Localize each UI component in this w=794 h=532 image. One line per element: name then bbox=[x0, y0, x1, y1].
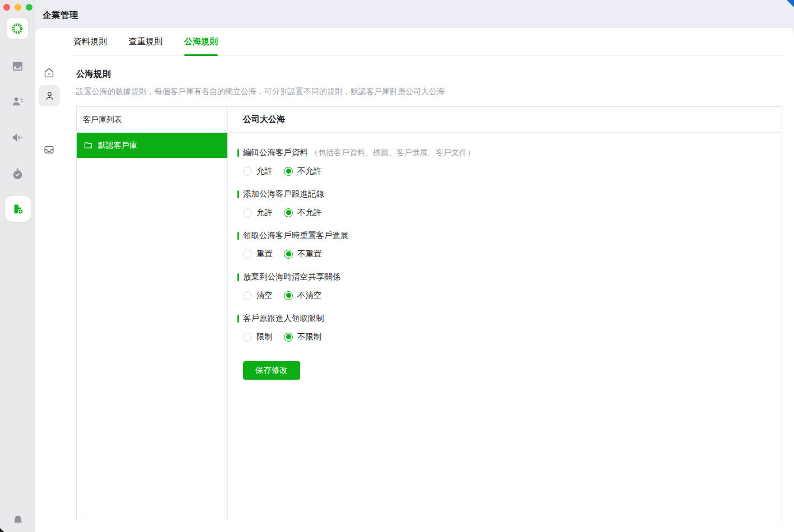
radio-label: 允許 bbox=[256, 207, 273, 218]
radio-label: 不限制 bbox=[297, 332, 322, 342]
rule-accent-bar bbox=[237, 232, 239, 240]
rule-title-row: 客戶原跟進人領取限制 bbox=[237, 313, 770, 324]
radio-label: 重置 bbox=[256, 249, 273, 259]
rule-item: 客戶原跟進人領取限制 限制 不限制 bbox=[237, 313, 770, 342]
nav-item-home[interactable] bbox=[35, 67, 63, 78]
radio-unselected-icon[interactable] bbox=[243, 250, 252, 259]
rule-item: 添加公海客戶跟進記錄 允許 不允許 bbox=[237, 189, 770, 218]
rail-item-tasks[interactable] bbox=[0, 167, 35, 180]
tab-bar: 資料規則 查重規則 公海規則 bbox=[72, 28, 786, 56]
rule-title-row: 編輯公海客戶資料 （包括客戶資料、標籤、客戶進展、客戶文件） bbox=[237, 147, 770, 158]
home-icon bbox=[43, 67, 55, 78]
section-title: 公海規則 bbox=[76, 68, 794, 80]
radio-option-clear[interactable]: 清空 bbox=[243, 290, 273, 301]
radio-option-reset[interactable]: 重置 bbox=[243, 249, 273, 259]
rules-detail: 編輯公海客戶資料 （包括客戶資料、標籤、客戶進展、客戶文件） 允許 bbox=[228, 133, 782, 520]
radio-group: 允許 不允許 bbox=[243, 166, 770, 176]
zoom-window-button[interactable] bbox=[26, 4, 32, 11]
radio-option-allow[interactable]: 允許 bbox=[243, 166, 273, 176]
contacts-icon bbox=[11, 95, 24, 108]
app-rail bbox=[0, 0, 35, 532]
main-panel: 資料規則 查重規則 公海規則 公海規則 設置公海的數據規則，每個客戶庫有各自的獨… bbox=[35, 28, 794, 532]
panel-body: 默認客戶庫 編輯公海客戶資料 （包括客戶資料、標籤、客戶進展、客戶文件） bbox=[77, 133, 782, 520]
rail-item-contacts[interactable] bbox=[0, 95, 35, 108]
person-icon bbox=[44, 90, 55, 102]
radio-option-deny[interactable]: 不允許 bbox=[284, 207, 322, 218]
radio-option-no-reset[interactable]: 不重置 bbox=[284, 249, 322, 259]
radio-label: 不允許 bbox=[297, 166, 322, 176]
tab-data-rules[interactable]: 資料規則 bbox=[73, 28, 107, 55]
rule-title: 編輯公海客戶資料 bbox=[243, 147, 308, 158]
radio-selected-icon[interactable] bbox=[284, 291, 293, 300]
list-item-label: 默認客戶庫 bbox=[98, 141, 137, 151]
app-logo-ring-icon bbox=[11, 22, 24, 35]
rule-title: 領取公海客戶時重置客戶進展 bbox=[243, 230, 349, 241]
rule-item: 領取公海客戶時重置客戶進展 重置 不重置 bbox=[237, 230, 770, 259]
section-description: 設置公海的數據規則，每個客戶庫有各自的獨立公海，可分別設置不同的規則，默認客戶庫… bbox=[76, 87, 794, 97]
rule-title: 客戶原跟進人領取限制 bbox=[243, 313, 324, 324]
inbox-tray-icon bbox=[11, 60, 24, 73]
company-open-sea-header: 公司大公海 bbox=[228, 107, 782, 132]
nav-item-inbox[interactable] bbox=[35, 144, 63, 156]
rail-item-announcements[interactable] bbox=[0, 131, 35, 144]
radio-option-no-limit[interactable]: 不限制 bbox=[284, 332, 322, 342]
radio-label: 限制 bbox=[256, 332, 273, 342]
rule-title-row: 領取公海客戶時重置客戶進展 bbox=[237, 230, 770, 241]
radio-label: 不清空 bbox=[297, 290, 322, 301]
radio-unselected-icon[interactable] bbox=[243, 167, 252, 176]
radio-option-allow[interactable]: 允許 bbox=[243, 207, 273, 218]
megaphone-icon bbox=[11, 131, 24, 144]
save-changes-button[interactable]: 保存修改 bbox=[243, 361, 300, 380]
radio-group: 清空 不清空 bbox=[243, 290, 770, 301]
rules-panel: 客戶庫列表 公司大公海 默認客戶庫 bbox=[76, 106, 782, 520]
tab-open-sea-rules[interactable]: 公海規則 bbox=[184, 28, 218, 55]
desktop-corner-artifact bbox=[0, 528, 4, 532]
rule-title: 添加公海客戶跟進記錄 bbox=[243, 189, 324, 199]
radio-selected-icon[interactable] bbox=[284, 250, 293, 259]
building-add-icon bbox=[11, 202, 25, 216]
folder-icon bbox=[83, 141, 93, 150]
list-item-default-library[interactable]: 默認客戶庫 bbox=[77, 133, 227, 158]
inbox-icon bbox=[43, 144, 55, 156]
close-window-button[interactable] bbox=[3, 4, 10, 11]
customer-library-list: 默認客戶庫 bbox=[77, 133, 228, 520]
bell-icon bbox=[12, 514, 24, 526]
radio-group: 限制 不限制 bbox=[243, 332, 770, 342]
rule-note: （包括客戶資料、標籤、客戶進展、客戶文件） bbox=[310, 148, 475, 158]
nav-item-customers-active[interactable] bbox=[39, 85, 60, 106]
rail-item-notifications[interactable] bbox=[0, 514, 35, 526]
content-area: 資料規則 查重規則 公海規則 公海規則 設置公海的數據規則，每個客戶庫有各自的獨… bbox=[63, 28, 794, 532]
rule-accent-bar bbox=[237, 273, 239, 281]
app-window: 企業管理 bbox=[0, 0, 794, 532]
background-window-corner bbox=[787, 0, 794, 7]
radio-label: 不允許 bbox=[297, 207, 322, 218]
traffic-lights bbox=[3, 4, 32, 11]
rule-title-row: 放棄到公海時清空共享關係 bbox=[237, 272, 770, 282]
radio-selected-icon[interactable] bbox=[284, 208, 293, 217]
radio-unselected-icon[interactable] bbox=[243, 333, 252, 342]
radio-label: 清空 bbox=[256, 290, 273, 301]
rule-accent-bar bbox=[237, 190, 239, 198]
rail-item-inbox[interactable] bbox=[0, 60, 35, 73]
radio-option-limit[interactable]: 限制 bbox=[243, 332, 273, 342]
radio-selected-icon[interactable] bbox=[284, 167, 293, 176]
radio-unselected-icon[interactable] bbox=[243, 291, 252, 300]
radio-option-no-clear[interactable]: 不清空 bbox=[284, 290, 322, 301]
timer-check-icon bbox=[11, 167, 24, 180]
radio-selected-icon[interactable] bbox=[284, 333, 293, 342]
rule-accent-bar bbox=[237, 149, 239, 157]
rule-title-row: 添加公海客戶跟進記錄 bbox=[237, 189, 770, 199]
minimize-window-button[interactable] bbox=[15, 4, 21, 11]
radio-label: 不重置 bbox=[297, 249, 322, 259]
page-title: 企業管理 bbox=[43, 10, 78, 21]
radio-option-deny[interactable]: 不允許 bbox=[284, 166, 322, 176]
rail-item-enterprise-active[interactable] bbox=[5, 196, 31, 222]
radio-label: 允許 bbox=[256, 166, 273, 176]
rule-item: 放棄到公海時清空共享關係 清空 不清空 bbox=[237, 272, 770, 301]
rule-title: 放棄到公海時清空共享關係 bbox=[243, 272, 340, 282]
app-logo[interactable] bbox=[7, 18, 28, 39]
rule-accent-bar bbox=[237, 315, 239, 323]
radio-unselected-icon[interactable] bbox=[243, 208, 252, 217]
panel-header-row: 客戶庫列表 公司大公海 bbox=[77, 107, 782, 133]
tab-dedup-rules[interactable]: 查重規則 bbox=[129, 28, 162, 55]
